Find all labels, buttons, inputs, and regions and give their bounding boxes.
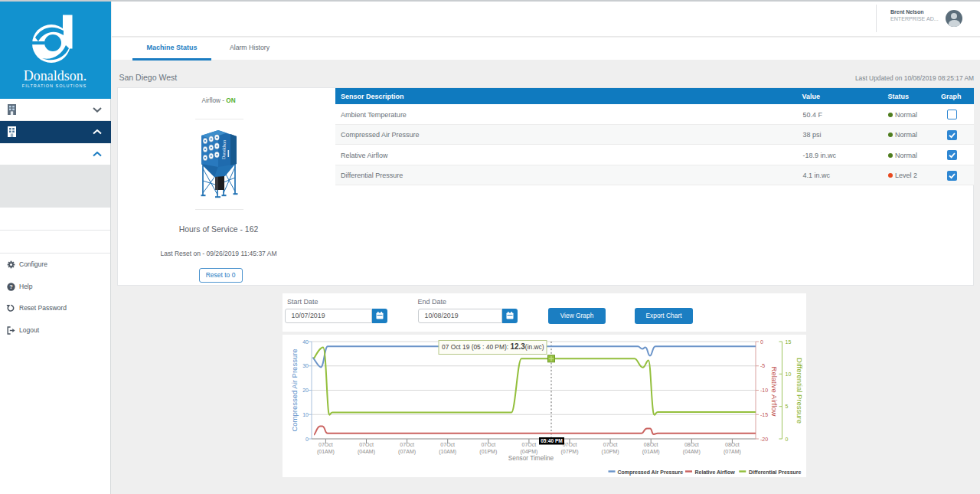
svg-text:(01AM): (01AM) — [317, 449, 335, 455]
svg-text:Sensor Timeline: Sensor Timeline — [508, 454, 554, 462]
svg-text:07Oct: 07Oct — [603, 442, 618, 447]
svg-text:Compressed Air Pressure: Compressed Air Pressure — [290, 348, 299, 431]
svg-text:-15: -15 — [760, 412, 768, 417]
svg-text:(04AM): (04AM) — [683, 449, 701, 455]
svg-text:08Oct: 08Oct — [644, 442, 658, 447]
svg-text:0: 0 — [305, 437, 309, 442]
svg-text:08Oct: 08Oct — [725, 442, 740, 447]
svg-text:(01AM): (01AM) — [642, 449, 660, 455]
svg-text:(07AM): (07AM) — [398, 449, 416, 455]
svg-text:-20: -20 — [760, 437, 768, 442]
svg-text:Differential Pressure: Differential Pressure — [749, 469, 802, 475]
svg-text:(07AM): (07AM) — [724, 449, 741, 455]
svg-text:30: 30 — [302, 363, 309, 368]
svg-text:0: 0 — [760, 339, 763, 345]
svg-text:(07PM): (07PM) — [561, 449, 579, 455]
svg-text:15: 15 — [786, 339, 792, 345]
svg-text:07Oct: 07Oct — [563, 442, 577, 447]
svg-text:Relative Airflow: Relative Airflow — [695, 469, 736, 475]
svg-text:-10: -10 — [760, 388, 768, 393]
svg-text:10: 10 — [786, 371, 792, 377]
svg-text:10: 10 — [302, 412, 309, 417]
svg-text:40: 40 — [302, 339, 309, 345]
svg-text:07Oct: 07Oct — [522, 442, 537, 447]
svg-text:05:40 PM: 05:40 PM — [541, 438, 563, 443]
svg-text:07 Oct 19 (05 : 40 PM): 12.3(i: 07 Oct 19 (05 : 40 PM): 12.3(in.wc) — [442, 342, 544, 351]
svg-text:(04AM): (04AM) — [358, 449, 375, 455]
svg-text:07Oct: 07Oct — [359, 442, 374, 447]
svg-text:-5: -5 — [760, 363, 765, 368]
svg-text:Compressed Air Pressure: Compressed Air Pressure — [618, 469, 684, 476]
svg-text:07Oct: 07Oct — [440, 442, 455, 447]
svg-text:FILTRATION SOLUTIONS: FILTRATION SOLUTIONS — [22, 83, 87, 88]
svg-text:20: 20 — [302, 388, 309, 393]
svg-text:(01PM): (01PM) — [479, 449, 497, 455]
svg-text:Differential Pressure: Differential Pressure — [795, 358, 804, 424]
svg-text:(10PM): (10PM) — [602, 449, 619, 455]
svg-text:07Oct: 07Oct — [481, 442, 495, 447]
svg-text:08Oct: 08Oct — [684, 442, 699, 447]
svg-text:Donaldson: Donaldson — [221, 140, 227, 159]
svg-text:5: 5 — [786, 404, 789, 409]
svg-text:07Oct: 07Oct — [400, 442, 414, 447]
svg-text:?: ? — [9, 283, 13, 290]
svg-text:Relative Airflow: Relative Airflow — [770, 367, 779, 417]
svg-text:(10AM): (10AM) — [439, 449, 456, 455]
svg-text:Donaldson.: Donaldson. — [24, 68, 87, 83]
svg-text:07Oct: 07Oct — [318, 442, 333, 447]
svg-text:0: 0 — [786, 437, 789, 442]
